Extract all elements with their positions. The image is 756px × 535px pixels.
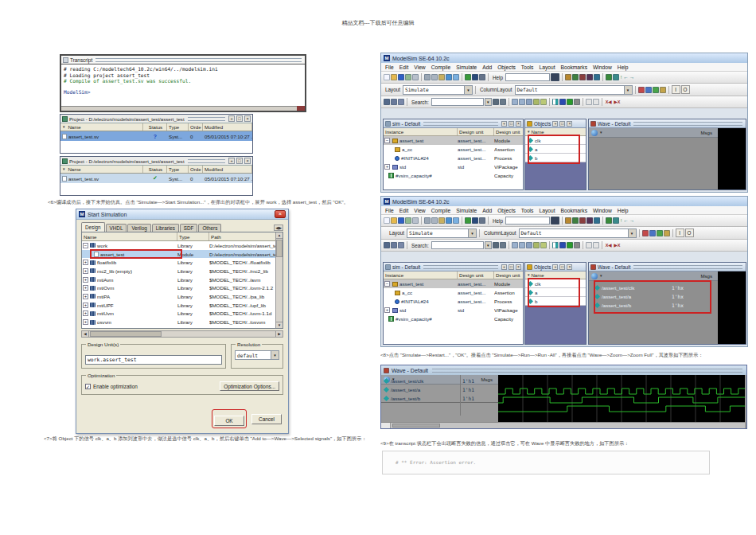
sim-tree-row[interactable]: #INITIAL#24 assert_test... Process — [384, 297, 523, 306]
expand-icon[interactable]: + — [83, 285, 88, 291]
project-file-row[interactable]: assert_test.sv ? Syst... 0 05/01/2015 07… — [60, 131, 252, 141]
break-icon[interactable] — [613, 74, 619, 80]
chevron-down-icon[interactable]: ▼ — [271, 351, 279, 359]
tab-vhdl[interactable]: VHDL — [106, 224, 127, 232]
column-type[interactable]: Type — [167, 166, 189, 173]
search-input[interactable] — [431, 241, 484, 249]
signal-row-clk[interactable]: clk — [525, 279, 586, 288]
zoom-full-icon[interactable] — [526, 242, 532, 248]
tab-others[interactable]: Others — [198, 224, 221, 232]
group-icon[interactable] — [653, 87, 659, 93]
menu-file[interactable]: File — [385, 208, 394, 213]
menu-compile[interactable]: Compile — [431, 64, 451, 70]
library-row[interactable]: +mtiUvm Library $MODEL_TECH/../uvm-1.1d — [82, 310, 283, 318]
print-icon[interactable] — [412, 74, 419, 80]
close-icon[interactable]: × — [275, 210, 286, 218]
tab-scroll-arrows[interactable]: ◀▶ — [274, 225, 283, 231]
column-design-unit[interactable]: Design unit — [458, 128, 494, 135]
column-design-unit-type[interactable]: Design unit — [494, 128, 523, 135]
reload-icon[interactable] — [405, 217, 411, 224]
scroll-down-icon[interactable]: ▼ — [276, 322, 283, 328]
sim-tree-row[interactable]: +std std VlPackage — [384, 306, 523, 314]
ok-button[interactable]: OK — [214, 416, 244, 426]
sim-tree-row[interactable]: a_cc assert_test... Assertion — [384, 145, 523, 154]
redo-icon[interactable] — [453, 74, 459, 80]
chevron-down-icon[interactable]: ▼ — [464, 86, 472, 94]
objects-panel-header[interactable]: Objects + □ × — [525, 263, 586, 271]
menu-objects[interactable]: Objects — [497, 208, 516, 213]
column-status[interactable]: Status — [143, 166, 167, 173]
menu-file[interactable]: File — [385, 64, 394, 70]
edge-fall-icon[interactable] — [593, 242, 599, 248]
memory-icon[interactable] — [572, 74, 579, 80]
coverage-icon[interactable] — [586, 74, 593, 80]
close-button[interactable]: × — [516, 121, 521, 127]
chevron-down-icon[interactable]: ▼ — [599, 131, 602, 135]
layout-select[interactable]: Simulate ▼ — [407, 228, 477, 238]
wave-signal-row[interactable]: /assert_test/a1'hx — [592, 292, 716, 301]
library-row[interactable]: +mtiOvm Library $MODEL_TECH/../ovm-2.1.2 — [82, 283, 283, 292]
binoculars-icon[interactable] — [551, 73, 559, 81]
wave-panel-header[interactable]: Wave - Default — [589, 263, 746, 271]
output-filter-button[interactable]: O — [685, 228, 694, 237]
menu-view[interactable]: View — [414, 208, 425, 213]
arrow-up-icon[interactable]: ↑ — [620, 217, 622, 224]
scroll-thumb[interactable] — [392, 424, 440, 428]
menu-add[interactable]: Add — [482, 64, 492, 70]
float-button[interactable]: + — [552, 264, 558, 270]
signal-row-clk[interactable]: clk — [525, 136, 586, 145]
zoom-full-icon[interactable] — [526, 99, 532, 105]
menu-layout[interactable]: Layout — [539, 64, 555, 70]
column-path[interactable]: Path — [209, 232, 283, 240]
help-search-input[interactable] — [505, 73, 550, 81]
save-icon[interactable] — [398, 217, 404, 224]
wave-edit-icon[interactable] — [559, 99, 566, 105]
menu-window[interactable]: Window — [593, 208, 612, 213]
expand-icon[interactable]: + — [83, 294, 88, 299]
open-icon[interactable] — [391, 74, 397, 80]
tab-sdf[interactable]: SDF — [180, 224, 198, 232]
columnlayout-select[interactable]: Default ▼ — [519, 228, 637, 238]
zoom-in-icon[interactable] — [512, 242, 518, 248]
expand-icon[interactable]: + — [83, 277, 88, 283]
paste-icon[interactable] — [438, 217, 445, 224]
wave-signal-row[interactable]: /assert_test/clk1'h1 — [381, 377, 498, 385]
redo-icon[interactable] — [453, 217, 459, 224]
menu-help[interactable]: Help — [618, 208, 629, 213]
library-row[interactable]: +mc2_lib (empty) Library $MODEL_TECH/../… — [82, 267, 283, 275]
dock-button[interactable]: □ — [509, 121, 514, 127]
prev-transition-icon[interactable]: X◀ — [606, 100, 612, 104]
menu-window[interactable]: Window — [593, 64, 612, 70]
transcript-titlebar[interactable]: Transcript — [61, 56, 305, 64]
wave-panel-header[interactable]: Wave - Default — [589, 119, 746, 128]
column-name[interactable]: Name — [82, 232, 177, 240]
undo-icon[interactable] — [446, 74, 452, 80]
wave-compare-icon[interactable] — [574, 242, 580, 248]
collapse-tree-icon[interactable] — [391, 242, 397, 248]
menu-tools[interactable]: Tools — [521, 64, 534, 70]
menu-help[interactable]: Help — [618, 64, 629, 70]
next-transition-icon[interactable]: ▶X — [614, 100, 621, 104]
wave-cursor-icon[interactable] — [552, 99, 559, 105]
new-file-icon[interactable] — [384, 217, 390, 224]
zoom-out-icon[interactable] — [519, 99, 525, 105]
menu-bookmarks[interactable]: Bookmarks — [561, 64, 587, 70]
scroll-up-icon[interactable]: ▲ — [276, 232, 283, 239]
collapse-icon[interactable]: − — [384, 138, 390, 143]
menu-objects[interactable]: Objects — [497, 64, 516, 70]
menu-simulate[interactable]: Simulate — [456, 64, 477, 70]
input-filter-button[interactable]: I — [676, 228, 684, 237]
wave-scrollbar[interactable] — [381, 422, 745, 428]
help-doc-icon[interactable] — [594, 217, 600, 224]
design-unit-input[interactable] — [85, 355, 222, 365]
library-row[interactable]: +mtiAvm Library $MODEL_TECH/../avm — [82, 275, 283, 284]
signal-row-a[interactable]: a — [525, 288, 586, 297]
binoculars-icon[interactable] — [551, 217, 559, 225]
column-modified[interactable]: Modified — [203, 123, 252, 131]
profile-icon[interactable] — [579, 217, 586, 224]
column-status[interactable]: Status — [143, 123, 167, 131]
input-filter-button[interactable]: I — [672, 85, 680, 94]
zoom-cursor-icon[interactable] — [533, 99, 540, 105]
tab-design[interactable]: Design — [81, 222, 105, 232]
wave-cursor-icon[interactable] — [552, 242, 559, 248]
